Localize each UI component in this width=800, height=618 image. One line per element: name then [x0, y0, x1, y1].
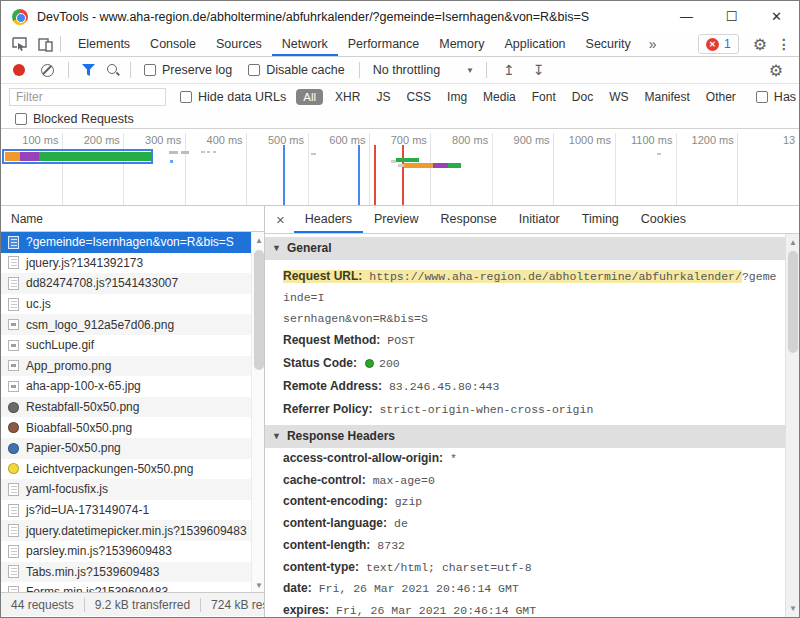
- scrollbar-thumb[interactable]: [788, 251, 798, 353]
- tab-security[interactable]: Security: [576, 32, 641, 56]
- request-name: aha-app-100-x-65.jpg: [26, 379, 141, 393]
- settings-gear-icon[interactable]: ⚙: [745, 35, 775, 54]
- filter-funnel-icon[interactable]: [80, 62, 96, 78]
- header-value: max-age=0: [373, 474, 435, 487]
- detail-tab-initiator[interactable]: Initiator: [508, 206, 571, 233]
- triangle-expanded-icon: ▼: [272, 425, 281, 448]
- detail-tab-headers[interactable]: Headers: [294, 206, 363, 233]
- request-row[interactable]: ?gemeinde=Isernhagen&von=R&bis=S: [1, 232, 251, 253]
- checkbox[interactable]: [756, 91, 768, 103]
- preserve-log-checkbox[interactable]: Preserve log: [144, 63, 232, 77]
- detail-tab-preview[interactable]: Preview: [363, 206, 429, 233]
- request-row[interactable]: uc.js: [1, 294, 251, 315]
- network-overview-timeline[interactable]: 100 ms200 ms300 ms400 ms500 ms600 ms700 …: [1, 129, 799, 206]
- filter-type-css[interactable]: CSS: [398, 90, 439, 104]
- inspect-element-icon[interactable]: [11, 36, 27, 52]
- detail-tab-timing[interactable]: Timing: [571, 206, 630, 233]
- filter-type-font[interactable]: Font: [524, 90, 564, 104]
- scroll-down-icon[interactable]: ▼: [786, 604, 800, 613]
- disable-cache-checkbox[interactable]: Disable cache: [248, 63, 345, 77]
- filter-type-media[interactable]: Media: [475, 90, 524, 104]
- network-settings-gear-icon[interactable]: ⚙: [761, 61, 791, 80]
- error-badge[interactable]: ✕ 1: [698, 34, 739, 54]
- blocked-requests-checkbox[interactable]: [15, 113, 27, 125]
- tab-console[interactable]: Console: [140, 32, 206, 56]
- requests-scrollbar[interactable]: ▲ ▼: [251, 232, 265, 594]
- hide-data-urls-checkbox[interactable]: Hide data URLs: [180, 90, 286, 104]
- search-icon[interactable]: [106, 63, 120, 77]
- import-har-icon[interactable]: ↥: [494, 62, 524, 78]
- filter-type-img[interactable]: Img: [439, 90, 475, 104]
- filter-type-manifest[interactable]: Manifest: [636, 90, 697, 104]
- response-header-row: date:Fri, 26 Mar 2021 20:46:14 GMT: [265, 578, 785, 600]
- request-row[interactable]: js?id=UA-173149074-1: [1, 500, 251, 521]
- request-row[interactable]: App_promo.png: [1, 356, 251, 377]
- has-blocked-cookies-checkbox[interactable]: Has blocked cookies: [756, 90, 800, 104]
- filter-type-js[interactable]: JS: [368, 90, 398, 104]
- image-file-icon: [8, 381, 19, 392]
- filter-bar: Hide data URLs AllXHRJSCSSImgMediaFontDo…: [1, 84, 799, 109]
- checkbox[interactable]: [248, 64, 260, 76]
- tab-application[interactable]: Application: [494, 32, 575, 56]
- request-row[interactable]: Papier-50x50.png: [1, 438, 251, 459]
- request-name: ?gemeinde=Isernhagen&von=R&bis=S: [26, 235, 234, 249]
- request-row[interactable]: Leichtverpackungen-50x50.png: [1, 459, 251, 480]
- filter-type-doc[interactable]: Doc: [564, 90, 601, 104]
- tab-network[interactable]: Network: [272, 32, 338, 56]
- request-row[interactable]: yaml-focusfix.js: [1, 479, 251, 500]
- request-name: App_promo.png: [26, 359, 111, 373]
- device-toolbar-icon[interactable]: [37, 36, 53, 52]
- waterfall-bar-segment: [433, 163, 448, 168]
- filter-type-ws[interactable]: WS: [601, 90, 636, 104]
- filter-type-all[interactable]: All: [296, 89, 323, 105]
- response-header-row: cache-control:max-age=0: [265, 470, 785, 492]
- request-row[interactable]: parsley.min.js?1539609483: [1, 541, 251, 562]
- devtools-window: DevTools - www.aha-region.de/abholtermin…: [0, 0, 800, 618]
- kebab-menu-icon[interactable]: ⋮: [775, 36, 799, 52]
- request-row[interactable]: aha-app-100-x-65.jpg: [1, 376, 251, 397]
- request-row[interactable]: Restabfall-50x50.png: [1, 397, 251, 418]
- general-rows: Request Method:POSTStatus Code:200Remote…: [265, 329, 785, 421]
- details-scrollbar[interactable]: ▲ ▼: [785, 234, 799, 617]
- request-row[interactable]: csm_logo_912a5e7d06.png: [1, 314, 251, 335]
- detail-tab-response[interactable]: Response: [429, 206, 507, 233]
- minimize-button[interactable]: —: [664, 1, 709, 32]
- response-headers-section-header[interactable]: ▼ Response Headers: [265, 425, 785, 448]
- checkbox[interactable]: [144, 64, 156, 76]
- general-section-header[interactable]: ▼ General: [265, 237, 785, 260]
- close-button[interactable]: ✕: [754, 1, 799, 32]
- image-thumbnail-icon: [8, 422, 19, 433]
- timeline-tick-label: 200 ms: [54, 134, 120, 146]
- throttling-dropdown[interactable]: No throttling ▼: [373, 63, 474, 77]
- scroll-up-icon[interactable]: ▲: [786, 238, 800, 247]
- maximize-button[interactable]: ☐: [709, 1, 754, 32]
- filter-input[interactable]: [9, 88, 166, 106]
- request-row[interactable]: suchLupe.gif: [1, 335, 251, 356]
- detail-tab-bar: × HeadersPreviewResponseInitiatorTimingC…: [265, 206, 799, 234]
- request-row[interactable]: jquery.datetimepicker.min.js?1539609483: [1, 520, 251, 541]
- tab-memory[interactable]: Memory: [429, 32, 494, 56]
- export-har-icon[interactable]: ↧: [524, 62, 554, 78]
- timeline-event-line: [283, 145, 285, 205]
- tab-performance[interactable]: Performance: [338, 32, 430, 56]
- tab-sources[interactable]: Sources: [206, 32, 272, 56]
- scrollbar-thumb[interactable]: [254, 250, 264, 370]
- request-row[interactable]: dd82474708.js?1541433007: [1, 273, 251, 294]
- request-row[interactable]: Tabs.min.js?1539609483: [1, 562, 251, 583]
- name-column-header[interactable]: Name: [1, 206, 265, 232]
- record-button[interactable]: [13, 64, 25, 76]
- close-details-icon[interactable]: ×: [265, 211, 294, 228]
- checkbox[interactable]: [180, 91, 192, 103]
- clear-button[interactable]: [41, 64, 54, 77]
- more-tabs-button[interactable]: »: [641, 36, 665, 52]
- tab-elements[interactable]: Elements: [68, 32, 140, 56]
- request-row[interactable]: Bioabfall-50x50.png: [1, 417, 251, 438]
- request-name: parsley.min.js?1539609483: [26, 544, 172, 558]
- request-url-highlight: https://www.aha-region.de/abholtermine/a…: [369, 270, 742, 283]
- general-row: Status Code:200: [265, 352, 785, 375]
- filter-type-xhr[interactable]: XHR: [327, 90, 368, 104]
- detail-tab-cookies[interactable]: Cookies: [630, 206, 697, 233]
- filter-type-other[interactable]: Other: [698, 90, 744, 104]
- request-row[interactable]: jquery.js?1341392173: [1, 253, 251, 274]
- script-file-icon: [8, 504, 19, 517]
